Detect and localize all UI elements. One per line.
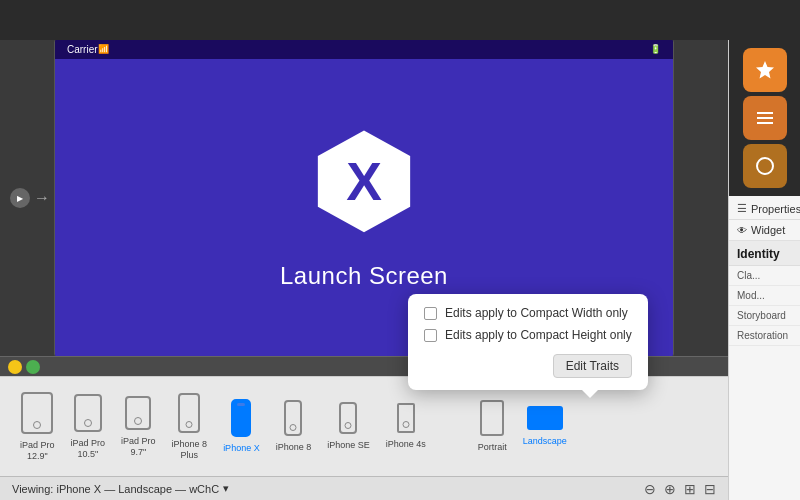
landscape-label: Landscape <box>523 436 567 447</box>
signal-wifi-icon: 📶 <box>98 44 109 54</box>
iphone8plus-icon <box>178 393 200 433</box>
battery-icon: 🔋 <box>650 44 661 54</box>
right-panel: ☰ Properties 👁 Widget Identity Cla... Mo… <box>728 40 800 500</box>
launch-screen-label: Launch Screen <box>280 262 448 290</box>
device-item-landscape[interactable]: Landscape <box>523 406 567 447</box>
landscape-shape <box>527 406 563 430</box>
ipad-pro-129-label: iPad Pro12.9" <box>20 440 55 462</box>
panel-icon-list-button[interactable] <box>743 96 787 140</box>
iphone-shape <box>339 402 357 434</box>
traits-popup: Edits apply to Compact Width only Edits … <box>408 294 648 390</box>
portrait-label: Portrait <box>478 442 507 453</box>
zoom-controls: ⊖ ⊕ ⊞ ⊟ <box>644 481 716 497</box>
ipad-pro-105-label: iPad Pro10.5" <box>71 438 106 460</box>
svg-rect-5 <box>757 112 773 114</box>
ipad-pro-129-icon <box>21 392 53 434</box>
arrow-indicator: ▶ → <box>10 188 50 208</box>
ipad-pro-105-icon <box>74 394 102 432</box>
panel-body: ☰ Properties 👁 Widget Identity Cla... Mo… <box>729 196 800 500</box>
device-item-ipad-pro-129[interactable]: iPad Pro12.9" <box>20 392 55 462</box>
storyboard-row: Storyboard <box>729 306 800 326</box>
iphone8-icon <box>284 400 302 436</box>
panel-icon-star-button[interactable] <box>743 48 787 92</box>
identity-label: Identity <box>737 247 780 261</box>
svg-rect-6 <box>757 117 773 119</box>
iphone8plus-label: iPhone 8Plus <box>172 439 208 461</box>
class-row: Cla... <box>729 266 800 286</box>
device-picker: iPad Pro12.9" iPad Pro10.5" iPad Pro9.7" <box>0 376 728 476</box>
compact-width-row: Edits apply to Compact Width only <box>424 306 632 320</box>
svg-text:X: X <box>346 152 382 211</box>
svg-rect-7 <box>757 122 773 124</box>
iphone4s-icon <box>397 403 415 433</box>
device-item-portrait[interactable]: Portrait <box>478 400 507 453</box>
edit-traits-button[interactable]: Edit Traits <box>553 354 632 378</box>
arrow-circle-icon: ▶ <box>10 188 30 208</box>
widget-row: 👁 Widget <box>729 220 800 241</box>
canvas-area: ▶ → Carrier 📶 🔋 <box>0 40 728 500</box>
portrait-shape <box>480 400 504 436</box>
iphone-shape <box>178 393 200 433</box>
properties-label: Properties <box>751 203 800 215</box>
iphone-shape <box>397 403 415 433</box>
sim-green-button[interactable] <box>26 360 40 374</box>
viewing-label: Viewing: iPhone X — Landscape — wChC <box>12 483 219 495</box>
portrait-icon <box>480 400 504 436</box>
ipad-shape <box>21 392 53 434</box>
compact-height-label: Edits apply to Compact Height only <box>445 328 632 342</box>
svg-point-8 <box>757 158 773 174</box>
top-toolbar <box>0 0 800 40</box>
device-item-iphone4s[interactable]: iPhone 4s <box>386 403 426 450</box>
main-area: ▶ → Carrier 📶 🔋 <box>0 40 800 500</box>
device-item-iphone8[interactable]: iPhone 8 <box>276 400 312 453</box>
compact-height-checkbox[interactable] <box>424 329 437 342</box>
device-item-ipad-pro-105[interactable]: iPad Pro10.5" <box>71 394 106 460</box>
zoom-in-button[interactable]: ⊕ <box>664 481 676 497</box>
carrier-label: Carrier <box>67 44 98 55</box>
iphone8-label: iPhone 8 <box>276 442 312 453</box>
device-item-iphone8plus[interactable]: iPhone 8Plus <box>172 393 208 461</box>
sim-yellow-button[interactable] <box>8 360 22 374</box>
zoom-out-button[interactable]: ⊖ <box>644 481 656 497</box>
viewing-info: Viewing: iPhone X — Landscape — wChC ▾ <box>12 482 229 495</box>
simulator-status-bar: Carrier 📶 🔋 <box>55 40 673 59</box>
module-row: Mod... <box>729 286 800 306</box>
device-item-ipad-pro-97[interactable]: iPad Pro9.7" <box>121 396 156 458</box>
ipad-pro-97-icon <box>125 396 151 430</box>
arrow-icon: → <box>34 189 50 207</box>
ipad-pro-97-label: iPad Pro9.7" <box>121 436 156 458</box>
iphonese-icon <box>339 402 357 434</box>
ipad-shape <box>125 396 151 430</box>
device-item-iphonese[interactable]: iPhone SE <box>327 402 370 451</box>
zoom-fit-button[interactable]: ⊞ <box>684 481 696 497</box>
panel-icon-circle-button[interactable] <box>743 144 787 188</box>
app-logo: X <box>304 126 424 246</box>
zoom-actual-button[interactable]: ⊟ <box>704 481 716 497</box>
viewing-dropdown-arrow[interactable]: ▾ <box>223 482 229 495</box>
iphonex-icon <box>231 399 251 437</box>
svg-marker-4 <box>756 61 774 79</box>
eye-icon: 👁 <box>737 225 747 236</box>
panel-icon-toolbar <box>729 40 800 196</box>
properties-icon: ☰ <box>737 202 747 215</box>
iphonex-shape <box>231 399 251 437</box>
svg-text:▶: ▶ <box>17 194 24 203</box>
iphonese-label: iPhone SE <box>327 440 370 451</box>
landscape-icon <box>527 406 563 430</box>
ipad-shape <box>74 394 102 432</box>
device-item-iphonex[interactable]: iPhone X <box>223 399 260 454</box>
widget-label: Widget <box>751 224 785 236</box>
compact-width-checkbox[interactable] <box>424 307 437 320</box>
iphone4s-label: iPhone 4s <box>386 439 426 450</box>
iphonex-label: iPhone X <box>223 443 260 454</box>
restoration-row: Restoration <box>729 326 800 346</box>
compact-height-row: Edits apply to Compact Height only <box>424 328 632 342</box>
identity-section-header: Identity <box>729 241 800 266</box>
iphone-shape <box>284 400 302 436</box>
compact-width-label: Edits apply to Compact Width only <box>445 306 628 320</box>
status-bar: Viewing: iPhone X — Landscape — wChC ▾ ⊖… <box>0 476 728 500</box>
properties-header: ☰ Properties <box>729 196 800 220</box>
